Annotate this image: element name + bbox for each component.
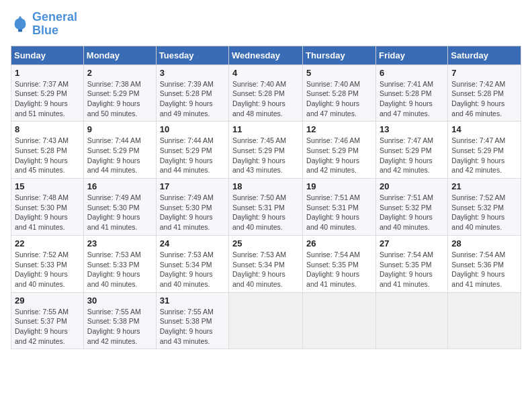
day-info: Sunrise: 7:40 AM Sunset: 5:28 PM Dayligh…	[232, 79, 299, 119]
day-info: Sunrise: 7:43 AM Sunset: 5:28 PM Dayligh…	[15, 136, 80, 175]
day-number: 3	[160, 68, 225, 78]
calendar-cell: 5 Sunrise: 7:40 AM Sunset: 5:28 PM Dayli…	[303, 64, 376, 122]
calendar-cell: 14 Sunrise: 7:47 AM Sunset: 5:29 PM Dayl…	[448, 122, 521, 179]
calendar-cell: 26 Sunrise: 7:54 AM Sunset: 5:35 PM Dayl…	[303, 235, 376, 292]
calendar-cell: 28 Sunrise: 7:54 AM Sunset: 5:36 PM Dayl…	[448, 235, 521, 292]
calendar-cell: 24 Sunrise: 7:53 AM Sunset: 5:34 PM Dayl…	[156, 235, 228, 292]
day-info: Sunrise: 7:46 AM Sunset: 5:29 PM Dayligh…	[306, 136, 372, 175]
day-info: Sunrise: 7:52 AM Sunset: 5:32 PM Dayligh…	[451, 193, 517, 232]
calendar-header-row: Sunday Monday Tuesday Wednesday Thursday…	[11, 46, 521, 64]
day-info: Sunrise: 7:40 AM Sunset: 5:28 PM Dayligh…	[306, 79, 372, 119]
calendar-week-row: 1 Sunrise: 7:37 AM Sunset: 5:29 PM Dayli…	[11, 64, 521, 122]
day-number: 21	[451, 181, 517, 191]
calendar-cell: 18 Sunrise: 7:50 AM Sunset: 5:31 PM Dayl…	[229, 179, 303, 236]
day-number: 1	[15, 68, 80, 78]
day-info: Sunrise: 7:37 AM Sunset: 5:29 PM Dayligh…	[15, 79, 80, 119]
calendar-cell: 10 Sunrise: 7:44 AM Sunset: 5:29 PM Dayl…	[156, 122, 228, 179]
calendar-cell: 25 Sunrise: 7:53 AM Sunset: 5:34 PM Dayl…	[229, 235, 303, 292]
day-number: 15	[15, 181, 80, 191]
day-number: 8	[15, 124, 80, 134]
day-info: Sunrise: 7:53 AM Sunset: 5:34 PM Dayligh…	[232, 250, 299, 289]
col-saturday: Saturday	[448, 46, 521, 64]
calendar-cell: 1 Sunrise: 7:37 AM Sunset: 5:29 PM Dayli…	[11, 64, 84, 122]
calendar-table: Sunday Monday Tuesday Wednesday Thursday…	[11, 46, 521, 350]
day-number: 18	[232, 181, 299, 191]
day-number: 19	[306, 181, 372, 191]
day-number: 7	[451, 68, 517, 78]
day-info: Sunrise: 7:39 AM Sunset: 5:28 PM Dayligh…	[160, 79, 225, 119]
day-info: Sunrise: 7:53 AM Sunset: 5:33 PM Dayligh…	[87, 250, 152, 289]
col-sunday: Sunday	[11, 46, 84, 64]
day-number: 23	[87, 238, 152, 248]
day-info: Sunrise: 7:51 AM Sunset: 5:32 PM Dayligh…	[380, 193, 444, 232]
calendar-cell: 17 Sunrise: 7:49 AM Sunset: 5:30 PM Dayl…	[156, 179, 228, 236]
col-friday: Friday	[375, 46, 447, 64]
day-number: 16	[87, 181, 152, 191]
day-number: 31	[160, 295, 225, 306]
page-header: General Blue	[11, 11, 521, 38]
day-number: 13	[380, 124, 444, 134]
calendar-cell: 19 Sunrise: 7:51 AM Sunset: 5:31 PM Dayl…	[303, 179, 376, 236]
day-number: 20	[380, 181, 444, 191]
day-info: Sunrise: 7:42 AM Sunset: 5:28 PM Dayligh…	[451, 79, 517, 119]
calendar-week-row: 15 Sunrise: 7:48 AM Sunset: 5:30 PM Dayl…	[11, 179, 521, 236]
day-number: 5	[306, 68, 372, 78]
day-info: Sunrise: 7:55 AM Sunset: 5:37 PM Dayligh…	[15, 307, 80, 347]
day-info: Sunrise: 7:55 AM Sunset: 5:38 PM Dayligh…	[160, 307, 225, 347]
day-number: 17	[160, 181, 225, 191]
day-number: 30	[87, 295, 152, 306]
day-info: Sunrise: 7:49 AM Sunset: 5:30 PM Dayligh…	[87, 193, 152, 232]
day-number: 2	[87, 68, 152, 78]
day-info: Sunrise: 7:55 AM Sunset: 5:38 PM Dayligh…	[87, 307, 152, 347]
calendar-cell: 11 Sunrise: 7:45 AM Sunset: 5:29 PM Dayl…	[229, 122, 303, 179]
day-number: 6	[380, 68, 444, 78]
day-info: Sunrise: 7:47 AM Sunset: 5:29 PM Dayligh…	[451, 136, 517, 175]
calendar-week-row: 29 Sunrise: 7:55 AM Sunset: 5:37 PM Dayl…	[11, 292, 521, 349]
day-number: 9	[87, 124, 152, 134]
day-info: Sunrise: 7:49 AM Sunset: 5:30 PM Dayligh…	[160, 193, 225, 232]
day-number: 27	[380, 238, 444, 248]
day-info: Sunrise: 7:44 AM Sunset: 5:29 PM Dayligh…	[87, 136, 152, 175]
calendar-week-row: 22 Sunrise: 7:52 AM Sunset: 5:33 PM Dayl…	[11, 235, 521, 292]
day-number: 29	[15, 295, 80, 306]
day-info: Sunrise: 7:51 AM Sunset: 5:31 PM Dayligh…	[306, 193, 372, 232]
calendar-cell: 9 Sunrise: 7:44 AM Sunset: 5:29 PM Dayli…	[83, 122, 156, 179]
day-info: Sunrise: 7:38 AM Sunset: 5:29 PM Dayligh…	[87, 79, 152, 119]
calendar-cell: 12 Sunrise: 7:46 AM Sunset: 5:29 PM Dayl…	[303, 122, 376, 179]
day-number: 28	[451, 238, 517, 248]
day-info: Sunrise: 7:52 AM Sunset: 5:33 PM Dayligh…	[15, 250, 80, 289]
calendar-cell: 27 Sunrise: 7:54 AM Sunset: 5:35 PM Dayl…	[375, 235, 447, 292]
calendar-cell: 3 Sunrise: 7:39 AM Sunset: 5:28 PM Dayli…	[156, 64, 228, 122]
calendar-cell: 7 Sunrise: 7:42 AM Sunset: 5:28 PM Dayli…	[448, 64, 521, 122]
day-number: 22	[15, 238, 80, 248]
calendar-cell: 31 Sunrise: 7:55 AM Sunset: 5:38 PM Dayl…	[156, 292, 228, 349]
day-number: 25	[232, 238, 299, 248]
day-info: Sunrise: 7:54 AM Sunset: 5:35 PM Dayligh…	[380, 250, 444, 289]
calendar-cell: 8 Sunrise: 7:43 AM Sunset: 5:28 PM Dayli…	[11, 122, 84, 179]
calendar-cell: 29 Sunrise: 7:55 AM Sunset: 5:37 PM Dayl…	[11, 292, 84, 349]
calendar-week-row: 8 Sunrise: 7:43 AM Sunset: 5:28 PM Dayli…	[11, 122, 521, 179]
svg-marker-0	[16, 15, 24, 21]
day-number: 26	[306, 238, 372, 248]
calendar-cell	[375, 292, 447, 349]
calendar-cell: 22 Sunrise: 7:52 AM Sunset: 5:33 PM Dayl…	[11, 235, 84, 292]
calendar-cell: 15 Sunrise: 7:48 AM Sunset: 5:30 PM Dayl…	[11, 179, 84, 236]
day-number: 4	[232, 68, 299, 78]
calendar-cell	[448, 292, 521, 349]
day-info: Sunrise: 7:54 AM Sunset: 5:35 PM Dayligh…	[306, 250, 372, 289]
calendar-cell: 20 Sunrise: 7:51 AM Sunset: 5:32 PM Dayl…	[375, 179, 447, 236]
day-info: Sunrise: 7:53 AM Sunset: 5:34 PM Dayligh…	[160, 250, 225, 289]
calendar-cell: 16 Sunrise: 7:49 AM Sunset: 5:30 PM Dayl…	[83, 179, 156, 236]
calendar-cell	[303, 292, 376, 349]
day-info: Sunrise: 7:41 AM Sunset: 5:28 PM Dayligh…	[380, 79, 444, 119]
calendar-cell: 23 Sunrise: 7:53 AM Sunset: 5:33 PM Dayl…	[83, 235, 156, 292]
day-number: 12	[306, 124, 372, 134]
col-wednesday: Wednesday	[229, 46, 303, 64]
day-info: Sunrise: 7:50 AM Sunset: 5:31 PM Dayligh…	[232, 193, 299, 232]
calendar-cell: 21 Sunrise: 7:52 AM Sunset: 5:32 PM Dayl…	[448, 179, 521, 236]
col-tuesday: Tuesday	[156, 46, 228, 64]
logo: General Blue	[11, 11, 77, 38]
calendar-cell: 30 Sunrise: 7:55 AM Sunset: 5:38 PM Dayl…	[83, 292, 156, 349]
day-number: 11	[232, 124, 299, 134]
day-number: 10	[160, 124, 225, 134]
